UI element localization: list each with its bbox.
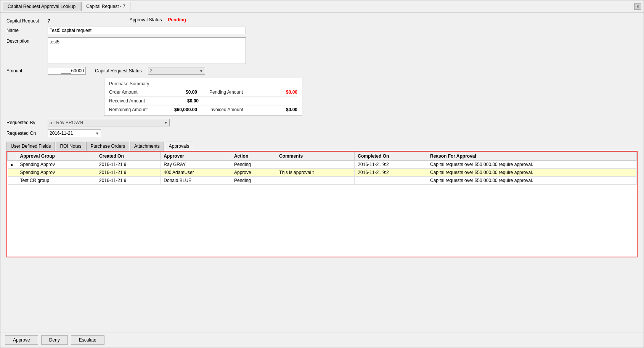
cr-status-value: 2 bbox=[150, 68, 153, 73]
close-button[interactable]: × bbox=[634, 3, 641, 10]
approvals-table: Approval Group Created On Approver Actio… bbox=[7, 152, 637, 185]
main-window: Capital Request Approval Lookup Capital … bbox=[0, 0, 644, 348]
description-label: Description bbox=[6, 37, 45, 44]
pending-amount-value: $0.00 bbox=[286, 89, 297, 95]
cell-approver: Donald BLUE bbox=[161, 177, 231, 185]
cell-completed_on: 2016-11-21 9:2 bbox=[355, 169, 427, 177]
col-reason: Reason For Approval bbox=[427, 152, 636, 161]
invoiced-amount-label: Invoiced Amount bbox=[209, 107, 243, 112]
requested-by-label: Requested By bbox=[6, 119, 45, 125]
row-arrow: ▶ bbox=[8, 161, 17, 169]
capital-request-row: Capital Request 7 Approval Status Pendin… bbox=[6, 17, 638, 24]
tab-capital-request-7[interactable]: Capital Request - 7 bbox=[81, 2, 130, 11]
cell-comments bbox=[276, 177, 355, 185]
cell-completed_on: 2016-11-21 9:2 bbox=[355, 161, 427, 169]
cr-status-arrow: ▼ bbox=[199, 69, 203, 73]
cell-action: Pending bbox=[231, 177, 276, 185]
requested-on-select[interactable]: 2016-11-21 ▼ bbox=[48, 129, 101, 137]
table-row[interactable]: ▶Spending Approv2016-11-21 9Ray GRAYPend… bbox=[8, 161, 637, 169]
cell-created_on: 2016-11-21 9 bbox=[96, 161, 161, 169]
tab-attachments[interactable]: Attachments bbox=[130, 142, 164, 151]
cell-approval_group: Spending Approv bbox=[17, 169, 96, 177]
order-amount-label: Order Amount bbox=[109, 89, 138, 95]
amount-label: Amount bbox=[6, 67, 45, 73]
row-arrow bbox=[8, 177, 17, 185]
cell-created_on: 2016-11-21 9 bbox=[96, 169, 161, 177]
tab-capital-request-lookup[interactable]: Capital Request Approval Lookup bbox=[3, 2, 80, 11]
bottom-bar: Approve Deny Escalate bbox=[0, 332, 644, 348]
name-input[interactable] bbox=[48, 27, 246, 34]
cell-comments: This is approval t bbox=[276, 169, 355, 177]
requested-on-row: Requested On 2016-11-21 ▼ bbox=[6, 129, 638, 137]
table-header-row: Approval Group Created On Approver Actio… bbox=[8, 152, 637, 161]
received-amount-value: $0.00 bbox=[187, 98, 199, 104]
requested-by-value: 5 - Roy BROWN bbox=[50, 120, 83, 125]
remaining-amount-label: Remaining Amount bbox=[109, 107, 148, 112]
received-amount-label: Received Amount bbox=[109, 98, 145, 104]
cr-status-select[interactable]: 2 ▼ bbox=[148, 67, 205, 75]
table-row[interactable]: Spending Approv2016-11-21 9400 AdamUserA… bbox=[8, 169, 637, 177]
cell-created_on: 2016-11-21 9 bbox=[96, 177, 161, 185]
amount-row: Amount Capital Request Status 2 ▼ bbox=[6, 67, 638, 75]
requested-on-value: 2016-11-21 bbox=[50, 131, 73, 136]
tab-user-defined-fields[interactable]: User Defined Fields bbox=[6, 142, 55, 151]
cell-action: Pending bbox=[231, 161, 276, 169]
cr-status-label: Capital Request Status bbox=[95, 68, 142, 73]
col-completed-on: Completed On bbox=[355, 152, 427, 161]
requested-on-label: Requested On bbox=[6, 129, 45, 136]
escalate-button[interactable]: Escalate bbox=[71, 335, 104, 345]
approve-button[interactable]: Approve bbox=[5, 335, 38, 345]
requested-by-select[interactable]: 5 - Roy BROWN ▼ bbox=[48, 119, 170, 126]
cell-approver: Ray GRAY bbox=[161, 161, 231, 169]
approval-status-value: Pending bbox=[168, 17, 186, 22]
name-row: Name bbox=[6, 27, 638, 34]
deny-button[interactable]: Deny bbox=[41, 335, 68, 345]
table-row[interactable]: Test CR group2016-11-21 9Donald BLUEPend… bbox=[8, 177, 637, 185]
approvals-table-container: Approval Group Created On Approver Actio… bbox=[6, 151, 638, 257]
cell-reason: Capital requests over $50,000.00 require… bbox=[427, 161, 636, 169]
col-action: Action bbox=[231, 152, 276, 161]
tab-purchase-orders[interactable]: Purchase Orders bbox=[86, 142, 129, 151]
invoiced-amount-value: $0.00 bbox=[286, 107, 297, 112]
form-tabs: User Defined Fields ROI Notes Purchase O… bbox=[6, 142, 638, 151]
row-arrow bbox=[8, 169, 17, 177]
amount-input[interactable] bbox=[48, 67, 86, 75]
col-approval-group: Approval Group bbox=[17, 152, 96, 161]
col-arrow bbox=[8, 152, 17, 161]
cell-comments bbox=[276, 161, 355, 169]
remaining-amount-value: $60,000.00 bbox=[174, 107, 197, 112]
purchase-summary-spacer bbox=[6, 78, 45, 79]
cell-approver: 400 AdamUser bbox=[161, 169, 231, 177]
form-content: Capital Request 7 Approval Status Pendin… bbox=[0, 13, 644, 332]
order-amount-value: $0.00 bbox=[186, 89, 197, 95]
cell-approval_group: Spending Approv bbox=[17, 161, 96, 169]
requested-by-row: Requested By 5 - Roy BROWN ▼ bbox=[6, 119, 638, 126]
purchase-summary: Purchase Summary Order Amount $0.00 Pend… bbox=[104, 78, 302, 116]
col-created-on: Created On bbox=[96, 152, 161, 161]
col-approver: Approver bbox=[161, 152, 231, 161]
requested-on-arrow: ▼ bbox=[95, 131, 99, 136]
cell-reason: Capital requests over $50,000.00 require… bbox=[427, 177, 636, 185]
cell-reason: Capital requests over $50,000.00 require… bbox=[427, 169, 636, 177]
cell-approval_group: Test CR group bbox=[17, 177, 96, 185]
purchase-summary-row: Purchase Summary Order Amount $0.00 Pend… bbox=[6, 78, 638, 116]
description-row: Description test5 bbox=[6, 37, 638, 64]
approval-status-label: Approval Status bbox=[130, 17, 162, 22]
capital-request-value: 7 bbox=[48, 17, 50, 24]
cell-action: Approve bbox=[231, 169, 276, 177]
name-label: Name bbox=[6, 27, 45, 33]
tab-approvals[interactable]: Approvals bbox=[165, 142, 193, 151]
title-bar: Capital Request Approval Lookup Capital … bbox=[0, 0, 644, 13]
capital-request-label: Capital Request bbox=[6, 17, 45, 24]
tab-roi-notes[interactable]: ROI Notes bbox=[56, 142, 85, 151]
purchase-summary-title: Purchase Summary bbox=[109, 81, 297, 86]
requested-by-arrow: ▼ bbox=[164, 121, 168, 125]
description-textarea[interactable]: test5 bbox=[48, 37, 246, 64]
col-comments: Comments bbox=[276, 152, 355, 161]
cell-completed_on bbox=[355, 177, 427, 185]
pending-amount-label: Pending Amount bbox=[209, 89, 243, 95]
